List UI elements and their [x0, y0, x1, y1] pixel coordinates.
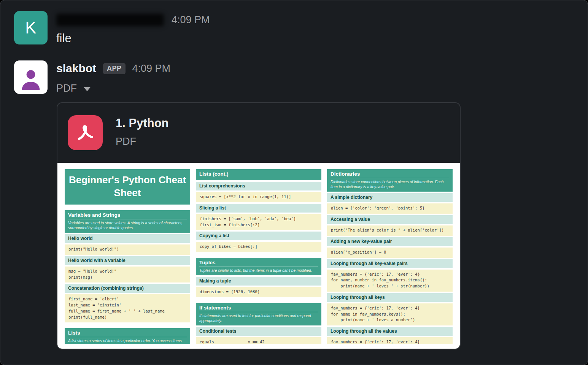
sheet-subheading: List comprehensions — [196, 182, 321, 190]
sheet-subheading: Slicing a list — [196, 204, 321, 213]
code-text: equals x == 42 not equal x != 42 greater… — [200, 339, 318, 344]
sheet-section-title: Lists (cont.) — [199, 171, 318, 178]
sheet-subheading: Adding a new key-value pair — [327, 237, 453, 246]
sheet-section-header: TuplesTuples are similar to lists, but t… — [196, 258, 321, 275]
code-text: fav_numbers = {'eric': 17, 'ever': 4} fo… — [331, 339, 449, 344]
code-text: alien = {'color': 'green', 'points': 5} — [331, 205, 449, 211]
sheet-subheading: Looping through all keys — [327, 293, 453, 302]
message-timestamp[interactable]: 4:09 PM — [132, 63, 171, 75]
sheet-section-description: Tuples are similar to lists, but the ite… — [199, 267, 318, 273]
sheet-code-block: msg = "Hello world!" print(msg) — [65, 267, 190, 283]
sheet-section-description: If statements are used to test for parti… — [199, 312, 318, 323]
sheet-subheading: A simple dictionary — [327, 193, 453, 202]
sheet-code-block: fav_numbers = {'eric': 17, 'ever': 4} fo… — [327, 303, 453, 325]
person-icon — [17, 65, 44, 93]
file-card[interactable]: 1. Python PDF Beginner's Python Cheat Sh… — [57, 102, 461, 349]
sheet-subheading: Copying a list — [196, 232, 321, 240]
sheet-section-header: Variables and StringsVariables are used … — [65, 210, 190, 233]
code-text: first_name = 'albert' last_name = 'einst… — [68, 296, 186, 320]
pdf-preview[interactable]: Beginner's Python Cheat SheetVariables a… — [57, 163, 460, 349]
sheet-section-title: Dictionaries — [331, 171, 449, 178]
file-title: 1. Python — [116, 116, 169, 130]
sheet-subheading: Looping through all key-value pairs — [327, 259, 453, 268]
message-header: slakbot APP 4:09 PM — [56, 62, 170, 75]
sheet-code-block: dimensions = (1920, 1080) — [196, 287, 321, 297]
chevron-down-icon[interactable] — [84, 87, 91, 91]
sheet-section-description: A list stores a series of items in a par… — [68, 337, 187, 344]
sheet-column: Lists (cont.)List comprehensionssquares … — [196, 169, 321, 344]
sheet-section-header: Lists (cont.) — [196, 169, 321, 180]
sheet-code-block: finishers = ['sam', 'bob', 'ada', 'bea']… — [196, 214, 321, 230]
sheet-code-block: first_name = 'albert' last_name = 'einst… — [65, 294, 190, 322]
sheet-section-title: If statements — [199, 305, 318, 312]
sheet-column: Beginner's Python Cheat SheetVariables a… — [65, 169, 190, 344]
sheet-section-title: Lists — [68, 330, 187, 337]
sheet-code-block: print("The alien's color is " + alien['c… — [327, 225, 453, 236]
file-meta: 1. Python PDF — [116, 115, 169, 148]
code-text: print("Hello world!") — [68, 246, 186, 252]
code-text: msg = "Hello world!" print(msg) — [68, 268, 186, 281]
message-timestamp[interactable]: 4:09 PM — [172, 14, 210, 26]
sheet-title: Beginner's Python Cheat Sheet — [65, 169, 190, 205]
sheet-section-header: DictionariesDictionaries store connectio… — [327, 169, 453, 192]
code-text: squares = [x**2 for x in range(1, 11)] — [200, 194, 318, 200]
file-type-label: PDF — [56, 83, 77, 94]
sheet-code-block: fav_numbers = {'eric': 17, 'ever': 4} fo… — [327, 270, 453, 292]
sheet-column: DictionariesDictionaries store connectio… — [327, 169, 453, 344]
app-badge: APP — [103, 63, 126, 74]
slack-window: K 4:09 PM file slakbot APP 4:09 PM PDF 1… — [0, 0, 588, 365]
sheet-code-block: alien = {'color': 'green', 'points': 5} — [327, 203, 453, 214]
code-text: alien['x_position'] = 0 — [331, 249, 449, 256]
code-text: dimensions = (1920, 1080) — [200, 289, 318, 295]
file-subtitle: PDF — [116, 136, 169, 148]
code-text: print("The alien's color is " + alien['c… — [331, 227, 449, 233]
sheet-section-header: ListsA list stores a series of items in … — [65, 328, 190, 344]
sheet-subheading: Looping through all the values — [327, 327, 453, 336]
sheet-section-header: If statementsIf statements are used to t… — [196, 303, 321, 325]
sheet-code-block: squares = [x**2 for x in range(1, 11)] — [196, 192, 321, 202]
sheet-code-block: fav_numbers = {'eric': 17, 'ever': 4} fo… — [327, 337, 453, 344]
code-text: fav_numbers = {'eric': 17, 'ever': 4} fo… — [331, 305, 449, 323]
sheet-subheading: Hello world — [65, 234, 190, 243]
sheet-subheading: Conditional tests — [196, 327, 321, 336]
sheet-subheading: Accessing a value — [327, 215, 453, 224]
code-text: fav_numbers = {'eric': 17, 'ever': 4} fo… — [331, 271, 449, 289]
sheet-section-description: Dictionaries store connections between p… — [331, 178, 449, 189]
sheet-section-title: Variables and Strings — [68, 212, 187, 219]
file-card-header: 1. Python PDF — [57, 103, 460, 163]
sheet-subheading: Concatenation (combining strings) — [65, 284, 190, 293]
sheet-section-description: Variables are used to store values. A st… — [68, 219, 187, 230]
sheet-subheading: Making a tuple — [196, 277, 321, 286]
sheet-subheading: Hello world with a variable — [65, 256, 190, 265]
message-text: file — [56, 32, 72, 45]
file-collapse-toggle[interactable]: PDF — [56, 83, 91, 94]
sheet-code-block: alien['x_position'] = 0 — [327, 248, 453, 258]
message-header: 4:09 PM — [56, 13, 210, 27]
pdf-file-icon — [68, 115, 103, 150]
cheatsheet: Beginner's Python Cheat SheetVariables a… — [65, 169, 453, 344]
sheet-code-block: print("Hello world!") — [65, 244, 190, 255]
avatar-letter: K — [25, 18, 36, 37]
code-text: finishers = ['sam', 'bob', 'ada', 'bea']… — [200, 216, 318, 228]
code-text: copy_of_bikes = bikes[:] — [200, 244, 318, 250]
sheet-code-block: copy_of_bikes = bikes[:] — [196, 242, 321, 252]
bot-avatar[interactable] — [14, 60, 48, 94]
sheet-section-title: Tuples — [199, 260, 318, 267]
bot-username[interactable]: slakbot — [56, 62, 96, 75]
sheet-code-block: equals x == 42 not equal x != 42 greater… — [196, 337, 321, 344]
username-redacted[interactable] — [56, 14, 164, 26]
user-avatar[interactable]: K — [14, 11, 48, 44]
